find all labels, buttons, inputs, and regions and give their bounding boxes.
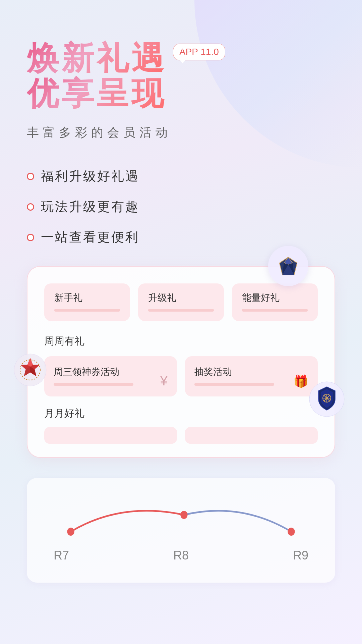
main-title-block: 焕新礼遇 优享呈现 (27, 40, 166, 111)
level-r8: R8 (173, 548, 189, 562)
blue-shield-icon-container (308, 381, 345, 418)
feature-dot-icon (27, 173, 34, 180)
blue-shield-icon (308, 381, 345, 418)
lottery-label: 抽奖活动 (194, 366, 308, 378)
main-card: 新手礼 升级礼 能量好礼 周周有礼 周三领神券活动 ¥ (27, 266, 335, 458)
title-line1: 焕新礼遇 (27, 40, 166, 76)
progress-curve-svg (47, 495, 315, 542)
monthly-card-1[interactable] (44, 427, 177, 444)
lottery-activity-card[interactable]: 抽奖活动 🎁 (185, 356, 318, 396)
level-labels: R7 R8 R9 (47, 548, 315, 562)
coupon-activity-card[interactable]: 周三领神券活动 ¥ (44, 356, 177, 396)
svg-point-18 (325, 397, 328, 399)
lottery-bar (194, 383, 274, 386)
feature-text-1: 福利升级好礼遇 (41, 168, 139, 185)
tab-nenglianghao-bar (242, 309, 308, 312)
tab-xinsholi-label: 新手礼 (54, 291, 120, 304)
coupon-bar (54, 383, 133, 386)
feature-dot-icon (27, 234, 34, 241)
level-r9: R9 (293, 548, 308, 562)
level-dot-r7 (67, 528, 74, 536)
header-section: 焕新礼遇 优享呈现 APP 11.0 丰富多彩的会员活动 (27, 40, 335, 141)
title-row: 焕新礼遇 优享呈现 APP 11.0 (27, 40, 335, 111)
weekly-cards-row: 周三领神券活动 ¥ 抽奖活动 🎁 (44, 356, 318, 396)
feature-text-2: 玩法升级更有趣 (41, 198, 139, 215)
section2-title: 月月好礼 (44, 407, 318, 420)
progress-section: R7 R8 R9 (27, 478, 335, 583)
feature-dot-icon (27, 203, 34, 211)
curve-container (47, 495, 315, 542)
page-subtitle: 丰富多彩的会员活动 (27, 124, 335, 141)
level-r7: R7 (54, 548, 69, 562)
level-dot-r9 (288, 528, 295, 536)
tab-card-nenglianghao[interactable]: 能量好礼 (232, 283, 318, 321)
feature-item-1: 福利升级好礼遇 (27, 168, 335, 185)
tab-shengjili-bar (148, 309, 214, 312)
tabs-row: 新手礼 升级礼 能量好礼 (44, 283, 318, 321)
feature-item-3: 一站查看更便利 (27, 229, 335, 246)
tab-nenglianghao-label: 能量好礼 (242, 291, 308, 304)
diamond-icon (277, 254, 300, 278)
coupon-label: 周三领神券活动 (54, 366, 168, 378)
red-gem-icon-container (13, 353, 47, 387)
feature-list: 福利升级好礼遇 玩法升级更有趣 一站查看更便利 (27, 168, 335, 246)
feature-text-3: 一站查看更便利 (41, 229, 139, 246)
title-line2: 优享呈现 (27, 76, 166, 111)
section1-title: 周周有礼 (44, 334, 318, 348)
app-version-badge: APP 11.0 (173, 44, 225, 60)
yen-icon: ¥ (160, 373, 168, 388)
tab-card-xinsholi[interactable]: 新手礼 (44, 283, 130, 321)
monthly-card-2[interactable] (185, 427, 318, 444)
gift-icon: 🎁 (293, 374, 308, 388)
feature-item-2: 玩法升级更有趣 (27, 198, 335, 215)
tab-card-shengjili[interactable]: 升级礼 (138, 283, 224, 321)
diamond-icon-container (268, 246, 308, 286)
tab-shengjili-label: 升级礼 (148, 291, 214, 304)
monthly-cards-preview (44, 427, 318, 444)
card-wrapper: 新手礼 升级礼 能量好礼 周周有礼 周三领神券活动 ¥ (27, 266, 335, 458)
red-gem-icon (13, 353, 47, 387)
level-dot-r8 (180, 511, 187, 519)
tab-xinsholi-bar (54, 309, 120, 312)
